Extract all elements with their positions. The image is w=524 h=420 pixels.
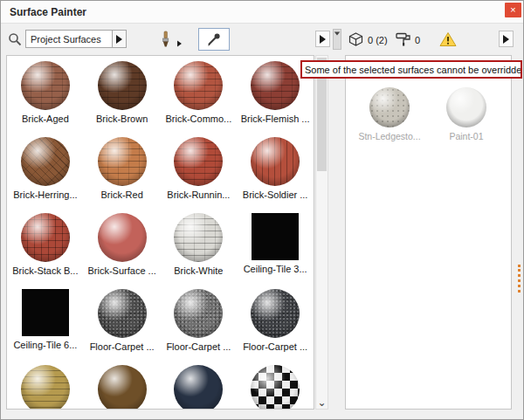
surface-thumbnail[interactable]	[174, 289, 223, 338]
surface-thumbnail[interactable]	[98, 365, 147, 410]
surface-label: Brick-Red	[100, 189, 142, 200]
surface-filter-value: Project Surfaces	[31, 34, 101, 45]
surface-thumbnail[interactable]	[21, 61, 70, 110]
surface-painter-window: Surface Painter × Project Surfaces	[0, 0, 524, 420]
toolbar: Project Surfaces 0 (2) 0	[1, 24, 523, 54]
surface-item[interactable]: Brick-Herring...	[7, 134, 84, 210]
surface-item[interactable]: Brick-Soldier ...	[237, 134, 314, 210]
tooltip-text: Some of the selected surfaces cannot be …	[305, 65, 522, 75]
surface-label: Stn-Ledgesto...	[358, 131, 420, 141]
right-arrow-icon	[116, 35, 122, 44]
expand-right-button[interactable]	[499, 31, 514, 47]
down-arrow-icon	[334, 32, 340, 36]
surface-label: Ceiling-Tile 6...	[13, 340, 77, 350]
surface-thumbnail[interactable]	[174, 137, 223, 186]
surface-label: Brick-Brown	[96, 114, 148, 124]
surface-item[interactable]: Brick-Surface ...	[84, 210, 161, 286]
paintbrush-icon[interactable]	[156, 31, 174, 48]
surface-item[interactable]: Floor-Carpet ...	[237, 286, 314, 361]
surface-thumbnail[interactable]	[446, 87, 486, 127]
surface-item[interactable]: Paint-01	[428, 84, 505, 141]
surface-thumbnail[interactable]	[252, 213, 299, 260]
expand-left-button[interactable]	[315, 31, 330, 47]
override-count: 0	[415, 35, 420, 45]
surface-label: Floor-Carpet ...	[166, 341, 231, 352]
titlebar[interactable]: Surface Painter ×	[1, 1, 523, 24]
surface-item[interactable]: Floor-Carpet ...	[161, 286, 238, 361]
toolbar-splitter[interactable]	[333, 29, 341, 50]
surface-thumbnail[interactable]	[174, 213, 223, 262]
surface-thumbnail[interactable]	[98, 61, 147, 110]
surface-thumbnail[interactable]	[98, 213, 147, 262]
right-arrow-icon	[503, 35, 509, 44]
surface-label: Ceiling-Tile 3...	[244, 264, 307, 274]
surface-item[interactable]: Ceiling-Tile 3...	[237, 210, 314, 286]
surface-label: Brick-White	[174, 265, 223, 276]
surface-label: Floor-Carpet ...	[90, 341, 155, 352]
surface-label: Brick-Soldier ...	[243, 189, 308, 200]
surface-thumbnail[interactable]	[174, 61, 223, 110]
surface-thumbnail[interactable]	[21, 213, 70, 262]
paint-roller-icon	[396, 32, 411, 46]
warning-icon[interactable]	[439, 31, 457, 47]
window-title: Surface Painter	[10, 6, 86, 18]
surface-thumbnail[interactable]	[98, 137, 147, 186]
override-panel[interactable]: Stn-Ledgesto...Paint-01	[345, 55, 512, 410]
surface-item[interactable]	[84, 361, 161, 410]
scroll-down-icon[interactable]: ⌄	[316, 397, 328, 408]
surface-item[interactable]: Stn-Ledgesto...	[351, 84, 428, 141]
surface-thumbnail[interactable]	[21, 365, 70, 410]
eyedropper-icon	[205, 31, 223, 48]
cube-icon	[348, 32, 363, 46]
surface-item[interactable]	[7, 361, 84, 410]
surface-count: 0 (2)	[368, 35, 388, 45]
warning-tooltip: Some of the selected surfaces cannot be …	[300, 60, 522, 79]
right-arrow-icon	[177, 41, 182, 47]
surface-item[interactable]: Brick-Commo...	[161, 58, 238, 134]
close-button[interactable]: ×	[505, 3, 521, 17]
surface-label: Brick-Flemish ...	[241, 114, 310, 124]
surface-label: Brick-Surface ...	[88, 265, 156, 276]
close-icon: ×	[510, 4, 515, 15]
surface-item[interactable]	[237, 361, 314, 410]
eyedropper-button[interactable]	[198, 28, 230, 51]
surface-grid[interactable]: Brick-AgedBrick-BrownBrick-Commo...Brick…	[6, 55, 314, 410]
surface-item[interactable]: Brick-Runnin...	[161, 134, 238, 210]
search-icon	[8, 32, 22, 46]
surface-thumbnail[interactable]	[251, 289, 300, 338]
surface-item[interactable]: Brick-Stack B...	[7, 210, 84, 286]
surface-thumbnail[interactable]	[369, 87, 410, 127]
surface-label: Brick-Commo...	[165, 114, 231, 124]
surface-label: Paint-01	[449, 131, 483, 141]
surface-label: Brick-Runnin...	[167, 189, 230, 200]
surface-label: Brick-Stack B...	[12, 265, 78, 276]
grid-scrollbar[interactable]: ⌄	[315, 55, 328, 410]
surface-thumbnail[interactable]	[21, 137, 70, 186]
surface-item[interactable]: Floor-Carpet ...	[84, 286, 161, 361]
filter-popup-button[interactable]	[112, 30, 127, 48]
surface-thumbnail[interactable]	[174, 365, 223, 410]
surface-label: Brick-Herring...	[13, 189, 77, 200]
surface-item[interactable]: Brick-Red	[84, 134, 161, 210]
surface-label: Floor-Carpet ...	[243, 341, 307, 352]
surface-thumbnail[interactable]	[251, 61, 300, 110]
surface-thumbnail[interactable]	[22, 289, 69, 336]
surface-item[interactable]: Ceiling-Tile 6...	[7, 286, 84, 361]
dock-indicator	[518, 265, 521, 293]
surface-thumbnail[interactable]	[98, 289, 147, 338]
surface-thumbnail[interactable]	[251, 137, 300, 186]
surface-item[interactable]	[161, 361, 238, 410]
surface-item[interactable]: Brick-White	[161, 210, 238, 286]
right-arrow-icon	[320, 35, 326, 44]
surface-item[interactable]: Brick-Brown	[84, 58, 161, 134]
surface-item[interactable]: Brick-Aged	[7, 58, 84, 134]
surface-label: Brick-Aged	[22, 114, 69, 124]
surface-filter-combo[interactable]: Project Surfaces	[25, 30, 113, 48]
brush-dropdown-arrow-icon[interactable]	[176, 36, 183, 52]
surface-thumbnail[interactable]	[251, 365, 300, 410]
